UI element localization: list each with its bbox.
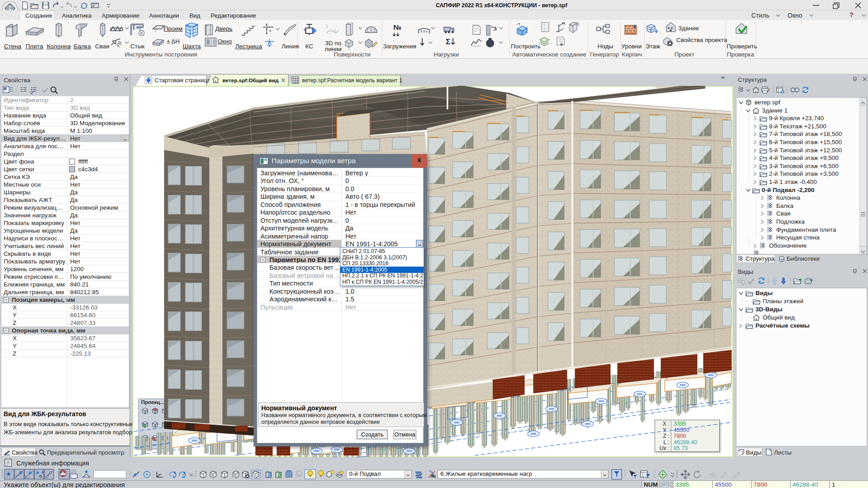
svg-text:1: 1 [326,23,328,29]
svg-text:y: y [183,470,185,475]
svg-text:Σ: Σ [446,38,450,46]
svg-text:№: № [430,473,436,479]
svg-text:1: 1 [334,28,336,33]
svg-text:x: x [174,470,176,475]
svg-text:№: № [393,23,401,31]
